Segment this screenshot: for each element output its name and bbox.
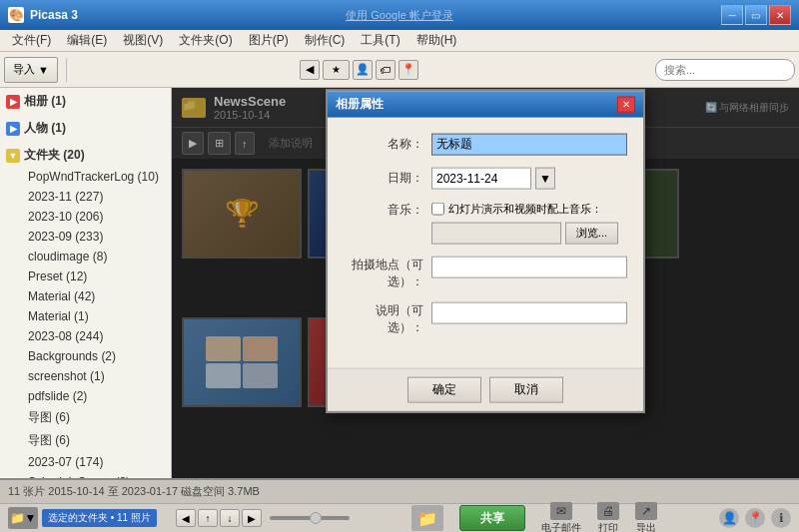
music-label: 音乐： bbox=[344, 201, 423, 218]
share-button[interactable]: 共享 bbox=[459, 505, 525, 531]
menu-file[interactable]: 文件(F) bbox=[4, 30, 59, 51]
sidebar-item-schedulescene[interactable]: ScheduleScene (2) bbox=[0, 472, 171, 478]
dialog-desc-row: 说明（可选）： bbox=[344, 301, 627, 335]
export-label: 导出 bbox=[636, 521, 656, 533]
menu-view[interactable]: 视图(V) bbox=[115, 30, 171, 51]
sidebar-item-cloudimage[interactable]: cloudimage (8) bbox=[0, 247, 171, 266]
menu-edit[interactable]: 编辑(E) bbox=[59, 30, 115, 51]
people-label: 人物 (1) bbox=[24, 120, 66, 137]
share-folder-icon[interactable]: 📁 bbox=[411, 505, 443, 531]
sidebar-item-2023-11[interactable]: 2023-11 (227) bbox=[0, 187, 171, 207]
dialog-date-row: 日期： ▼ bbox=[344, 167, 627, 189]
dialog-footer: 确定 取消 bbox=[328, 367, 643, 410]
status-info: 11 张片 2015-10-14 至 2023-01-17 磁盘空间 3.7MB bbox=[8, 484, 260, 499]
music-browse-row: 浏览... bbox=[431, 222, 627, 244]
main-area: ▶ 相册 (1) ▶ 人物 (1) ▼ 文件夹 (20) PopWndTrack… bbox=[0, 88, 799, 478]
sidebar-item-label: Material (1) bbox=[28, 309, 89, 323]
google-login-link[interactable]: 使用 Google 帐户登录 bbox=[346, 8, 453, 23]
map-icon[interactable]: 📍 bbox=[745, 508, 765, 528]
zoom-slider[interactable] bbox=[270, 516, 350, 520]
sidebar-item-2023-08[interactable]: 2023-08 (244) bbox=[0, 326, 171, 346]
dialog-titlebar: 相册属性 ✕ bbox=[328, 91, 643, 117]
print-action[interactable]: 🖨 打印 bbox=[597, 502, 619, 533]
export-action[interactable]: ↗ 导出 bbox=[635, 502, 657, 533]
dialog-name-row: 名称： bbox=[344, 133, 627, 155]
sidebar-item-pdfslide[interactable]: pdfslide (2) bbox=[0, 386, 171, 406]
people-btn[interactable]: 👤 bbox=[353, 60, 373, 80]
calendar-button[interactable]: ▼ bbox=[535, 167, 555, 189]
name-input[interactable] bbox=[431, 133, 627, 155]
import-label: 导入 bbox=[13, 62, 35, 77]
user-icon[interactable]: 👤 bbox=[719, 508, 739, 528]
statusbar-top: 11 张片 2015-10-14 至 2023-01-17 磁盘空间 3.7MB bbox=[0, 480, 799, 504]
sidebar-item-backgrounds[interactable]: Backgrounds (2) bbox=[0, 346, 171, 366]
email-action[interactable]: ✉ 电子邮件 bbox=[541, 502, 581, 533]
minimize-button[interactable]: ─ bbox=[721, 5, 743, 25]
titlebar: 🎨 Picasa 3 使用 Google 帐户登录 ─ ▭ ✕ bbox=[0, 0, 799, 30]
search-input[interactable] bbox=[655, 59, 795, 81]
titlebar-left: 🎨 Picasa 3 bbox=[8, 7, 78, 23]
sidebar-folders-header[interactable]: ▼ 文件夹 (20) bbox=[0, 144, 171, 167]
statusbar-nav: ◀ ↑ ↓ ▶ bbox=[176, 509, 262, 527]
close-button[interactable]: ✕ bbox=[769, 5, 791, 25]
geo-btn[interactable]: 📍 bbox=[399, 60, 418, 80]
music-path-input[interactable] bbox=[431, 222, 561, 244]
location-input[interactable] bbox=[431, 256, 627, 277]
sidebar-item-label: 导图 (6) bbox=[28, 409, 70, 426]
browse-button[interactable]: 浏览... bbox=[565, 222, 618, 244]
selected-folder-label: 选定的文件夹 • 11 照片 bbox=[42, 509, 157, 527]
sidebar-item-label: ScheduleScene (2) bbox=[28, 475, 130, 478]
nav-prev-btn[interactable]: ◀ bbox=[176, 509, 196, 527]
sidebar-item-label: 导图 (6) bbox=[28, 432, 70, 449]
music-checkbox[interactable] bbox=[431, 202, 444, 215]
sidebar-item-label: 2023-08 (244) bbox=[28, 329, 103, 343]
sidebar-item-2023-10[interactable]: 2023-10 (206) bbox=[0, 207, 171, 227]
sidebar-people-header[interactable]: ▶ 人物 (1) bbox=[0, 117, 171, 140]
date-input[interactable] bbox=[431, 167, 531, 189]
date-field: ▼ bbox=[431, 167, 555, 189]
toolbar-separator bbox=[66, 58, 67, 82]
tag-btn[interactable]: 🏷 bbox=[376, 60, 396, 80]
dialog-body: 名称： 日期： ▼ 音乐： 幻 bbox=[328, 117, 643, 367]
dialog-music-row: 音乐： 幻灯片演示和视频时配上音乐： 浏览... bbox=[344, 201, 627, 244]
sidebar-item-2023-07[interactable]: 2023-07 (174) bbox=[0, 452, 171, 472]
dialog-close-button[interactable]: ✕ bbox=[617, 96, 635, 112]
sidebar-item-material-42[interactable]: Material (42) bbox=[0, 286, 171, 306]
desc-input[interactable] bbox=[431, 301, 627, 323]
folder-down-btn[interactable]: 📁▼ bbox=[8, 507, 38, 529]
sidebar-item-screenshot[interactable]: screenshot (1) bbox=[0, 366, 171, 386]
menu-create[interactable]: 制作(C) bbox=[297, 30, 354, 51]
slider-thumb[interactable] bbox=[310, 512, 322, 524]
sidebar-albums-header[interactable]: ▶ 相册 (1) bbox=[0, 90, 171, 113]
sidebar-section-albums: ▶ 相册 (1) bbox=[0, 88, 171, 115]
sidebar-item-label: 2023-09 (233) bbox=[28, 230, 103, 244]
menu-tools[interactable]: 工具(T) bbox=[353, 30, 407, 51]
sidebar: ▶ 相册 (1) ▶ 人物 (1) ▼ 文件夹 (20) PopWndTrack… bbox=[0, 88, 172, 478]
sidebar-item-popwnd[interactable]: PopWndTrackerLog (10) bbox=[0, 167, 171, 187]
info-icon[interactable]: ℹ bbox=[771, 508, 791, 528]
sidebar-item-mindmap-1[interactable]: 导图 (6) bbox=[0, 406, 171, 429]
album-properties-dialog: 相册属性 ✕ 名称： 日期： ▼ 音 bbox=[326, 89, 645, 412]
restore-button[interactable]: ▭ bbox=[745, 5, 767, 25]
sidebar-item-label: 2023-07 (174) bbox=[28, 455, 103, 469]
import-button[interactable]: 导入 ▼ bbox=[4, 57, 58, 83]
sidebar-item-label: Material (42) bbox=[28, 289, 95, 303]
sidebar-item-preset[interactable]: Preset (12) bbox=[0, 266, 171, 286]
menu-folder[interactable]: 文件夹(O) bbox=[171, 30, 240, 51]
nav-back-btn[interactable]: ◀ bbox=[300, 60, 320, 80]
sidebar-item-label: PopWndTrackerLog (10) bbox=[28, 170, 159, 184]
sidebar-item-2023-09[interactable]: 2023-09 (233) bbox=[0, 227, 171, 247]
nav-up-btn[interactable]: ↑ bbox=[198, 509, 218, 527]
view-albums-btn[interactable]: ★ bbox=[323, 60, 350, 80]
ok-button[interactable]: 确定 bbox=[407, 376, 481, 402]
folders-icon: ▼ bbox=[6, 149, 20, 163]
nav-down-btn[interactable]: ↓ bbox=[220, 509, 240, 527]
sidebar-section-folders: ▼ 文件夹 (20) PopWndTrackerLog (10) 2023-11… bbox=[0, 142, 171, 478]
menu-image[interactable]: 图片(P) bbox=[241, 30, 297, 51]
nav-next-btn[interactable]: ▶ bbox=[242, 509, 262, 527]
menu-help[interactable]: 帮助(H) bbox=[408, 30, 465, 51]
sidebar-item-mindmap-2[interactable]: 导图 (6) bbox=[0, 429, 171, 452]
cancel-button[interactable]: 取消 bbox=[489, 376, 563, 402]
sidebar-item-material-1[interactable]: Material (1) bbox=[0, 306, 171, 326]
selected-label-text: 选定的文件夹 • 11 照片 bbox=[48, 512, 151, 523]
